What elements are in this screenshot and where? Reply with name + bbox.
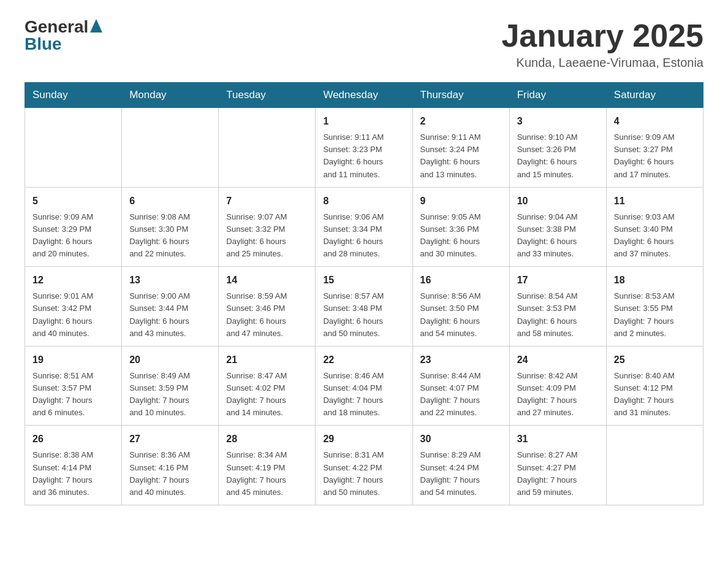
- day-number: 16: [420, 273, 502, 288]
- calendar-day-17: 17Sunrise: 8:54 AMSunset: 3:53 PMDayligh…: [509, 267, 606, 347]
- day-info: Sunrise: 9:01 AMSunset: 3:42 PMDaylight:…: [32, 290, 114, 340]
- day-info: Sunrise: 9:00 AMSunset: 3:44 PMDaylight:…: [129, 290, 211, 340]
- calendar-day-12: 12Sunrise: 9:01 AMSunset: 3:42 PMDayligh…: [25, 267, 122, 347]
- day-number: 6: [129, 194, 211, 209]
- calendar-week-row: 19Sunrise: 8:51 AMSunset: 3:57 PMDayligh…: [25, 346, 703, 426]
- calendar-day-19: 19Sunrise: 8:51 AMSunset: 3:57 PMDayligh…: [25, 346, 122, 426]
- day-info: Sunrise: 8:31 AMSunset: 4:22 PMDaylight:…: [323, 449, 404, 499]
- day-number: 26: [32, 432, 114, 446]
- calendar-day-7: 7Sunrise: 9:07 AMSunset: 3:32 PMDaylight…: [219, 187, 316, 267]
- day-info: Sunrise: 8:44 AMSunset: 4:07 PMDaylight:…: [420, 370, 502, 419]
- calendar-table: SundayMondayTuesdayWednesdayThursdayFrid…: [25, 82, 703, 505]
- day-info: Sunrise: 8:51 AMSunset: 3:57 PMDaylight:…: [32, 370, 114, 419]
- calendar-day-10: 10Sunrise: 9:04 AMSunset: 3:38 PMDayligh…: [509, 187, 606, 267]
- day-info: Sunrise: 8:59 AMSunset: 3:46 PMDaylight:…: [226, 290, 308, 340]
- day-info: Sunrise: 9:05 AMSunset: 3:36 PMDaylight:…: [420, 211, 502, 261]
- day-number: 20: [129, 353, 211, 367]
- calendar-day-20: 20Sunrise: 8:49 AMSunset: 3:59 PMDayligh…: [122, 346, 219, 426]
- day-info: Sunrise: 8:29 AMSunset: 4:24 PMDaylight:…: [420, 449, 502, 499]
- day-info: Sunrise: 8:27 AMSunset: 4:27 PMDaylight:…: [517, 449, 599, 499]
- logo-general-text: General: [25, 18, 88, 36]
- day-info: Sunrise: 8:56 AMSunset: 3:50 PMDaylight:…: [420, 290, 502, 340]
- page-subtitle: Kunda, Laeaene-Virumaa, Estonia: [501, 56, 703, 70]
- day-info: Sunrise: 9:08 AMSunset: 3:30 PMDaylight:…: [129, 211, 211, 261]
- day-info: Sunrise: 8:42 AMSunset: 4:09 PMDaylight:…: [517, 370, 599, 419]
- logo: General Blue: [25, 18, 102, 53]
- calendar-day-11: 11Sunrise: 9:03 AMSunset: 3:40 PMDayligh…: [606, 187, 703, 267]
- calendar-day-2: 2Sunrise: 9:11 AMSunset: 3:24 PMDaylight…: [412, 108, 509, 188]
- calendar-empty-cell: [219, 108, 316, 188]
- day-info: Sunrise: 8:38 AMSunset: 4:14 PMDaylight:…: [32, 449, 114, 499]
- calendar-day-28: 28Sunrise: 8:34 AMSunset: 4:19 PMDayligh…: [219, 426, 316, 505]
- calendar-empty-cell: [25, 108, 122, 188]
- day-info: Sunrise: 8:36 AMSunset: 4:16 PMDaylight:…: [129, 449, 211, 499]
- calendar-day-31: 31Sunrise: 8:27 AMSunset: 4:27 PMDayligh…: [509, 426, 606, 505]
- calendar-header-thursday: Thursday: [412, 83, 509, 108]
- calendar-week-row: 1Sunrise: 9:11 AMSunset: 3:23 PMDaylight…: [25, 108, 703, 188]
- day-info: Sunrise: 9:09 AMSunset: 3:29 PMDaylight:…: [32, 211, 114, 261]
- day-number: 2: [420, 114, 502, 129]
- day-number: 18: [614, 273, 696, 288]
- calendar-day-8: 8Sunrise: 9:06 AMSunset: 3:34 PMDaylight…: [316, 187, 412, 267]
- calendar-day-24: 24Sunrise: 8:42 AMSunset: 4:09 PMDayligh…: [509, 346, 606, 426]
- day-number: 9: [420, 194, 502, 209]
- day-number: 31: [517, 432, 599, 446]
- calendar-day-4: 4Sunrise: 9:09 AMSunset: 3:27 PMDaylight…: [606, 108, 703, 188]
- calendar-day-6: 6Sunrise: 9:08 AMSunset: 3:30 PMDaylight…: [122, 187, 219, 267]
- calendar-day-30: 30Sunrise: 8:29 AMSunset: 4:24 PMDayligh…: [412, 426, 509, 505]
- svg-marker-0: [90, 19, 102, 33]
- day-number: 4: [614, 114, 696, 129]
- calendar-header-tuesday: Tuesday: [219, 83, 316, 108]
- calendar-header-friday: Friday: [509, 83, 606, 108]
- calendar-day-29: 29Sunrise: 8:31 AMSunset: 4:22 PMDayligh…: [316, 426, 412, 505]
- calendar-day-1: 1Sunrise: 9:11 AMSunset: 3:23 PMDaylight…: [316, 108, 412, 188]
- calendar-day-3: 3Sunrise: 9:10 AMSunset: 3:26 PMDaylight…: [509, 108, 606, 188]
- day-number: 30: [420, 432, 502, 446]
- calendar-header-monday: Monday: [122, 83, 219, 108]
- day-info: Sunrise: 9:04 AMSunset: 3:38 PMDaylight:…: [517, 211, 599, 261]
- day-number: 21: [226, 353, 308, 367]
- calendar-week-row: 5Sunrise: 9:09 AMSunset: 3:29 PMDaylight…: [25, 187, 703, 267]
- day-number: 8: [323, 194, 404, 209]
- day-info: Sunrise: 8:40 AMSunset: 4:12 PMDaylight:…: [614, 370, 696, 419]
- day-info: Sunrise: 8:34 AMSunset: 4:19 PMDaylight:…: [226, 449, 308, 499]
- day-info: Sunrise: 8:57 AMSunset: 3:48 PMDaylight:…: [323, 290, 404, 340]
- day-number: 27: [129, 432, 211, 446]
- day-info: Sunrise: 9:11 AMSunset: 3:23 PMDaylight:…: [323, 131, 404, 181]
- day-number: 13: [129, 273, 211, 288]
- day-number: 10: [517, 194, 599, 209]
- logo-blue-text: Blue: [25, 36, 102, 53]
- calendar-day-9: 9Sunrise: 9:05 AMSunset: 3:36 PMDaylight…: [412, 187, 509, 267]
- calendar-day-27: 27Sunrise: 8:36 AMSunset: 4:16 PMDayligh…: [122, 426, 219, 505]
- calendar-header-saturday: Saturday: [606, 83, 703, 108]
- title-block: January 2025 Kunda, Laeaene-Virumaa, Est…: [501, 18, 703, 70]
- page-title: January 2025: [501, 18, 703, 53]
- day-number: 28: [226, 432, 308, 446]
- calendar-day-18: 18Sunrise: 8:53 AMSunset: 3:55 PMDayligh…: [606, 267, 703, 347]
- day-number: 24: [517, 353, 599, 367]
- day-number: 14: [226, 273, 308, 288]
- calendar-header-sunday: Sunday: [25, 83, 122, 108]
- day-info: Sunrise: 8:47 AMSunset: 4:02 PMDaylight:…: [226, 370, 308, 419]
- day-number: 7: [226, 194, 308, 209]
- day-info: Sunrise: 8:53 AMSunset: 3:55 PMDaylight:…: [614, 290, 696, 340]
- calendar-day-26: 26Sunrise: 8:38 AMSunset: 4:14 PMDayligh…: [25, 426, 122, 505]
- day-info: Sunrise: 8:49 AMSunset: 3:59 PMDaylight:…: [129, 370, 211, 419]
- day-number: 17: [517, 273, 599, 288]
- day-info: Sunrise: 9:07 AMSunset: 3:32 PMDaylight:…: [226, 211, 308, 261]
- day-info: Sunrise: 9:11 AMSunset: 3:24 PMDaylight:…: [420, 131, 502, 181]
- day-number: 19: [32, 353, 114, 367]
- day-number: 15: [323, 273, 404, 288]
- day-info: Sunrise: 9:03 AMSunset: 3:40 PMDaylight:…: [614, 211, 696, 261]
- calendar-day-23: 23Sunrise: 8:44 AMSunset: 4:07 PMDayligh…: [412, 346, 509, 426]
- logo-triangle-icon: [90, 19, 102, 33]
- day-info: Sunrise: 8:46 AMSunset: 4:04 PMDaylight:…: [323, 370, 404, 419]
- day-info: Sunrise: 9:06 AMSunset: 3:34 PMDaylight:…: [323, 211, 404, 261]
- calendar-day-15: 15Sunrise: 8:57 AMSunset: 3:48 PMDayligh…: [316, 267, 412, 347]
- day-number: 11: [614, 194, 696, 209]
- day-number: 12: [32, 273, 114, 288]
- calendar-week-row: 12Sunrise: 9:01 AMSunset: 3:42 PMDayligh…: [25, 267, 703, 347]
- page-header: General Blue January 2025 Kunda, Laeaene…: [25, 18, 703, 70]
- day-number: 25: [614, 353, 696, 367]
- calendar-day-21: 21Sunrise: 8:47 AMSunset: 4:02 PMDayligh…: [219, 346, 316, 426]
